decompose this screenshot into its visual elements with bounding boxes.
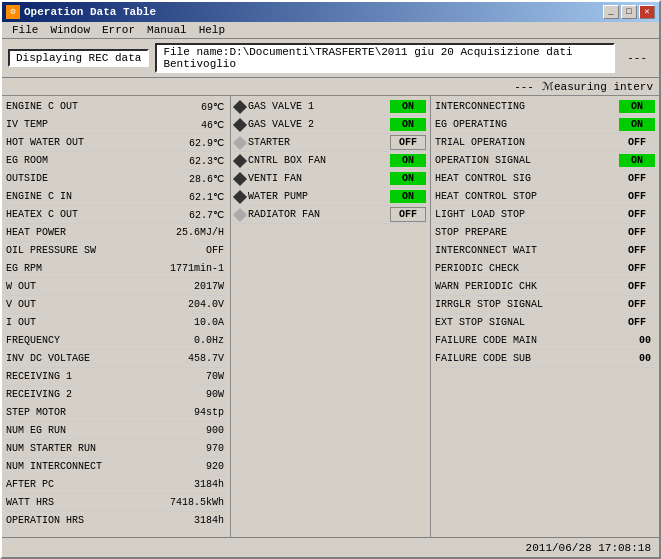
status-diamond [233,118,247,132]
window-controls[interactable]: _ □ ✕ [603,5,655,19]
table-row: NUM STARTER RUN 970 [6,440,226,458]
row-value: OFF [619,226,655,239]
row-label: EXT STOP SIGNAL [435,317,619,328]
row-value: 69℃ [166,101,226,113]
menu-item-file[interactable]: File [6,23,44,37]
row-value: 28.6℃ [166,173,226,185]
row-value: OFF [619,208,655,221]
status-badge: OFF [390,207,426,222]
table-row: ENGINE C OUT 69℃ [6,98,226,116]
row-value: OFF [619,136,655,149]
row-label: WATER PUMP [248,191,390,202]
row-value: 0.0Hz [166,335,226,346]
status-badge: ON [390,100,426,113]
row-value: 62.3℃ [166,155,226,167]
table-row: OUTSIDE 28.6℃ [6,170,226,188]
menu-item-error[interactable]: Error [96,23,141,37]
close-button[interactable]: ✕ [639,5,655,19]
table-row: AFTER PC 3184h [6,476,226,494]
table-row: ENGINE C IN 62.1℃ [6,188,226,206]
table-row: EG ROOM 62.3℃ [6,152,226,170]
table-row: IV TEMP 46℃ [6,116,226,134]
status-badge: OFF [390,135,426,150]
row-value: 00 [619,352,655,365]
table-row: GAS VALVE 1 ON [235,98,426,116]
row-label: WARN PERIODIC CHK [435,281,619,292]
row-label: TRIAL OPERATION [435,137,619,148]
row-label: IV TEMP [6,119,166,130]
table-row: EXT STOP SIGNAL OFF [435,314,655,332]
menu-bar: FileWindowErrorManualHelp [2,22,659,40]
table-row: LIGHT LOAD STOP OFF [435,206,655,224]
row-value: OFF [619,280,655,293]
row-label: EG ROOM [6,155,166,166]
status-badge: ON [390,118,426,131]
app-icon: ⚙ [6,5,20,19]
row-label: HOT WATER OUT [6,137,166,148]
row-value: OFF [619,262,655,275]
status-diamond [233,190,247,204]
menu-item-manual[interactable]: Manual [141,23,193,37]
filename-label: File name: [163,46,229,58]
top-dash: --- [621,51,653,65]
table-row: GAS VALVE 2 ON [235,116,426,134]
row-value: OFF [619,244,655,257]
table-row: EG OPERATING ON [435,116,655,134]
status-diamond [233,154,247,168]
row-label: NUM STARTER RUN [6,443,166,454]
menu-item-help[interactable]: Help [193,23,231,37]
row-value: 62.7℃ [166,209,226,221]
row-label: RADIATOR FAN [248,209,390,220]
table-row: CNTRL BOX FAN ON [235,152,426,170]
row-label: HEAT CONTROL STOP [435,191,619,202]
table-row: OPERATION SIGNAL ON [435,152,655,170]
status-diamond [233,100,247,114]
table-row: W OUT 2017W [6,278,226,296]
row-value: 1771min-1 [166,263,226,274]
table-row: HEATEX C OUT 62.7℃ [6,206,226,224]
minimize-button[interactable]: _ [603,5,619,19]
status-badge: ON [390,172,426,185]
table-row: FREQUENCY 0.0Hz [6,332,226,350]
column-1: ENGINE C OUT 69℃ IV TEMP 46℃ HOT WATER O… [2,96,231,537]
row-label: FREQUENCY [6,335,166,346]
row-value: 7418.5kWh [166,497,226,508]
maximize-button[interactable]: □ [621,5,637,19]
table-row: INTERCONNECTING ON [435,98,655,116]
measuring-interv-label: ℳeasuring interv [542,80,653,93]
row-label: EG RPM [6,263,166,274]
row-label: W OUT [6,281,166,292]
table-row: STARTER OFF [235,134,426,152]
menu-item-window[interactable]: Window [44,23,96,37]
table-row: OIL PRESSURE SW OFF [6,242,226,260]
row-label: STOP PREPARE [435,227,619,238]
table-row: HOT WATER OUT 62.9℃ [6,134,226,152]
table-row: HEAT CONTROL SIG OFF [435,170,655,188]
table-row: OPERATION HRS 3184h [6,512,226,530]
row-label: AFTER PC [6,479,166,490]
row-value: 00 [619,334,655,347]
row-value: OFF [619,298,655,311]
row-label: STARTER [248,137,390,148]
row-label: HEAT POWER [6,227,166,238]
row-value: 2017W [166,281,226,292]
row-value: 204.0V [166,299,226,310]
row-label: NUM INTERCONNECT [6,461,166,472]
row-value: 3184h [166,515,226,526]
row-label: VENTI FAN [248,173,390,184]
table-row: IRRGLR STOP SIGNAL OFF [435,296,655,314]
row-label: RECEIVING 1 [6,371,166,382]
row-label: FAILURE CODE MAIN [435,335,619,346]
datetime-label: 2011/06/28 17:08:18 [526,542,651,554]
title-bar: ⚙ Operation Data Table _ □ ✕ [2,2,659,22]
row-label: WATT HRS [6,497,166,508]
window-title: Operation Data Table [24,6,156,18]
table-row: EG RPM 1771min-1 [6,260,226,278]
table-row: RECEIVING 1 70W [6,368,226,386]
top-bar: Displaying REC data File name:D:\Documen… [2,39,659,78]
row-label: NUM EG RUN [6,425,166,436]
column-3: INTERCONNECTING ON EG OPERATING ON TRIAL… [431,96,659,537]
column-2: GAS VALVE 1 ON GAS VALVE 2 ON STARTER OF… [231,96,431,537]
file-path: File name:D:\Documenti\TRASFERTE\2011 gi… [155,43,615,73]
table-row: RECEIVING 2 90W [6,386,226,404]
